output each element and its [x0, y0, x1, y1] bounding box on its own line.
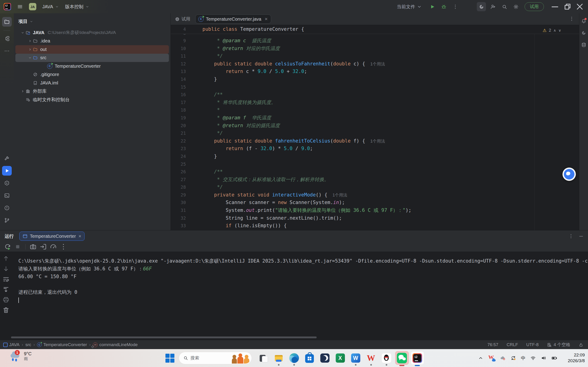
- arrow-up-icon[interactable]: [2, 255, 10, 262]
- tray-wifi-icon[interactable]: [530, 355, 536, 361]
- code-line-28[interactable]: 28 */: [171, 184, 579, 191]
- taskbar-app-wps[interactable]: W: [363, 349, 379, 367]
- next-problem-icon[interactable]: ∨: [558, 28, 561, 33]
- trial-badge[interactable]: 试用: [525, 2, 544, 11]
- taskbar-clock[interactable]: 22:09 2026/3/8: [568, 352, 585, 364]
- tree-item-src[interactable]: src: [15, 54, 169, 62]
- code-with-me-button[interactable]: [488, 2, 497, 11]
- tree-item-java-iml[interactable]: JAVA.iml: [15, 79, 169, 87]
- trash-icon[interactable]: [2, 306, 10, 314]
- code-line-20[interactable]: 20 * @return 对应的摄氏温度: [171, 122, 579, 130]
- import-button-icon[interactable]: [39, 243, 47, 251]
- tree-item--idea[interactable]: .idea: [15, 37, 169, 45]
- chevron-down-icon[interactable]: [29, 19, 33, 23]
- project-tool-button[interactable]: [2, 17, 12, 27]
- weather-widget[interactable]: 1 9°C 雨: [10, 351, 32, 361]
- run-button[interactable]: [428, 2, 437, 11]
- breadcrumb-item-java[interactable]: JAVA: [3, 342, 19, 347]
- caret-position[interactable]: 76:57: [487, 342, 498, 347]
- terminal-tool-button[interactable]: [2, 191, 12, 200]
- chevron-right-icon[interactable]: [27, 48, 32, 51]
- chevron-right-icon[interactable]: [27, 39, 32, 43]
- hide-tool-window-icon[interactable]: [578, 234, 584, 239]
- window-close-button[interactable]: [575, 2, 585, 12]
- build-tool-button[interactable]: [2, 154, 12, 163]
- code-line-32[interactable]: 32 String line = scanner.nextLine().trim…: [171, 214, 579, 222]
- taskbar-app-excel[interactable]: X: [332, 349, 348, 367]
- tray-ime-icon[interactable]: 中: [521, 355, 526, 361]
- services-tool-button[interactable]: [2, 178, 12, 188]
- sticky-line[interactable]: 4public class TemperatureConverter {: [171, 25, 579, 34]
- main-menu-icon[interactable]: [17, 4, 23, 10]
- code-line-11[interactable]: 11 */: [171, 52, 579, 60]
- taskbar-app-navy-app[interactable]: [317, 349, 332, 367]
- run-tool-button[interactable]: [2, 166, 12, 175]
- structure-tool-button[interactable]: [2, 34, 12, 43]
- run-config-selector[interactable]: 当前文件: [397, 4, 422, 10]
- taskbar-app-intellij-idea[interactable]: IJ: [409, 349, 425, 367]
- taskbar-app-microsoft-store[interactable]: [302, 349, 317, 367]
- ai-assistant-icon[interactable]: [580, 29, 588, 37]
- stop-button-icon[interactable]: [14, 243, 22, 251]
- version-control-tool-button[interactable]: [2, 216, 12, 225]
- arrow-down-icon[interactable]: [2, 265, 10, 272]
- project-avatar[interactable]: JA: [29, 3, 36, 10]
- run-options-kebab-icon[interactable]: [568, 234, 574, 239]
- breadcrumb-item-temperatureconverter[interactable]: CTemperatureConverter: [37, 342, 87, 347]
- ai-assistant-button[interactable]: [477, 2, 486, 11]
- run-tab-temperatureconverter[interactable]: TemperatureConverter ✕: [19, 232, 85, 241]
- problems-tool-button[interactable]: [2, 203, 12, 213]
- taskbar-app-wechat[interactable]: [394, 349, 409, 367]
- window-restore-button[interactable]: [562, 2, 572, 12]
- prev-problem-icon[interactable]: ∧: [553, 28, 556, 33]
- line-separator[interactable]: CRLF: [507, 342, 518, 347]
- code-line-17[interactable]: 17 * 将华氏度转换为摄氏度。: [171, 99, 579, 107]
- code-line-29[interactable]: 29 private static void interactiveMode()…: [171, 191, 579, 199]
- code-line-16[interactable]: 16 /**: [171, 91, 579, 99]
- code-line-12[interactable]: 12 public static double celsiusToFahrenh…: [171, 60, 579, 68]
- tab-close-icon[interactable]: ✕: [264, 17, 268, 22]
- tray-wps-cloud-icon[interactable]: W: [488, 355, 495, 361]
- console-horizontal-scrollbar[interactable]: [11, 336, 317, 338]
- code-line-9[interactable]: 9 * @param c 摄氏温度: [171, 37, 579, 45]
- floating-assistant-ball[interactable]: [562, 167, 576, 181]
- scroll-end-icon[interactable]: [2, 286, 10, 293]
- notifications-bell-icon[interactable]: [580, 17, 588, 25]
- taskbar-app-task-view[interactable]: [256, 349, 271, 367]
- code-line-18[interactable]: 18 *: [171, 106, 579, 114]
- code-line-25[interactable]: 25: [171, 160, 579, 168]
- inspections-widget[interactable]: ⚠ 2 ∧ ∨: [543, 28, 561, 33]
- window-minimize-button[interactable]: [550, 2, 560, 12]
- code-line-30[interactable]: 30 Scanner scanner = new Scanner(System.…: [171, 199, 579, 207]
- taskbar-app-edge[interactable]: [286, 349, 302, 367]
- taskbar-app-file-explorer[interactable]: [271, 349, 286, 367]
- chevron-right-icon[interactable]: [20, 89, 25, 93]
- tray-onedrive-offline-icon[interactable]: [500, 355, 506, 361]
- tree-item--[interactable]: 外部库: [15, 87, 169, 96]
- tree-item-temperatureconverter[interactable]: CTemperatureConverter: [15, 62, 169, 70]
- code-line-19[interactable]: 19 * @param f 华氏温度: [171, 114, 579, 122]
- taskbar-search-input[interactable]: 搜索: [179, 352, 252, 364]
- tray-battery-icon[interactable]: [551, 355, 557, 361]
- run-tab-close-icon[interactable]: ✕: [78, 234, 81, 238]
- code-line-24[interactable]: 24 }: [171, 153, 579, 160]
- tree-item--gitignore[interactable]: .gitignore: [15, 70, 169, 79]
- code-line-33[interactable]: 33 if (line.isEmpty()) {: [171, 222, 579, 230]
- code-line-14[interactable]: 14 }: [171, 75, 579, 83]
- tree-item-out[interactable]: out: [15, 45, 169, 54]
- readonly-lock-icon[interactable]: [579, 342, 583, 347]
- database-icon[interactable]: [580, 41, 588, 49]
- code-line-10[interactable]: 10 * @return 对应的华氏温度: [171, 45, 579, 53]
- code-line-13[interactable]: 13 return c * 9.0 / 5.0 + 32.0;: [171, 68, 579, 75]
- breadcrumb-item-commandlinemode[interactable]: mcommandLineMode: [93, 342, 138, 347]
- more-tool-windows-icon[interactable]: [2, 46, 12, 56]
- more-actions-kebab-icon[interactable]: [450, 2, 460, 11]
- tray-chevron-up-icon[interactable]: [478, 355, 484, 361]
- file-encoding[interactable]: UTF-8: [526, 342, 539, 347]
- taskbar-app-word[interactable]: W: [348, 349, 363, 367]
- search-everywhere-button[interactable]: [500, 2, 509, 11]
- rerun-button-icon[interactable]: [4, 243, 11, 251]
- editor-tab-group[interactable]: 试用: [171, 16, 195, 22]
- tree-item-java[interactable]: JAVAC:\Users\朱彦硕\IdeaProjects\JAVA: [15, 28, 169, 37]
- tree-item--[interactable]: 临时文件和控制台: [15, 95, 169, 104]
